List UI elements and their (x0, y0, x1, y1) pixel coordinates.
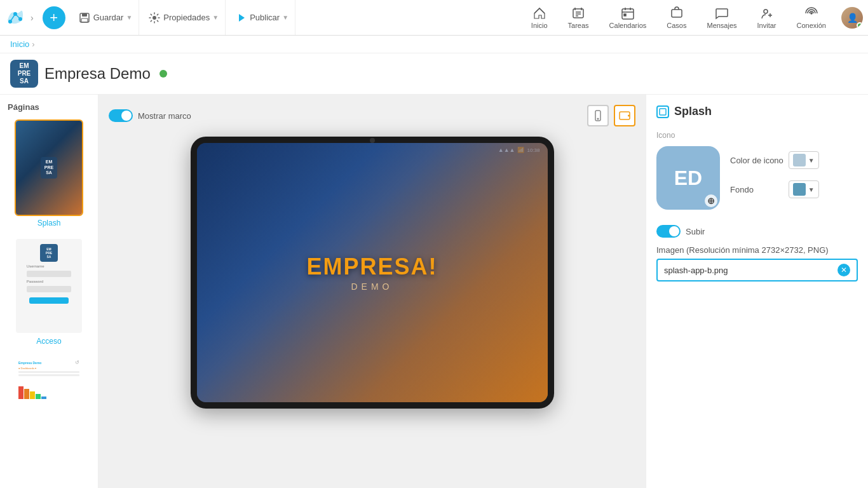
svg-point-8 (153, 16, 156, 20)
tablet-frame: ▲▲▲ 📶 10:38 EMPRESA! DEMO (191, 137, 554, 409)
casos-icon (670, 6, 684, 20)
app-logo-icon[interactable] (5, 8, 25, 28)
splash-page-label: Splash (37, 219, 61, 227)
splash-page-icon (656, 105, 669, 118)
guardar-label: Guardar (93, 13, 124, 22)
tareas-icon (571, 6, 585, 20)
svg-point-29 (628, 115, 630, 116)
nav-expand-arrow[interactable]: › (28, 10, 36, 25)
propiedades-label: Propiedades (163, 13, 210, 22)
acceso-page-label: Acceso (36, 337, 61, 346)
svg-rect-30 (660, 109, 666, 115)
imagen-section: Imagen (Resolución mínima 2732×2732, PNG… (656, 245, 858, 281)
app-title: Empresa Demo (44, 65, 151, 83)
svg-rect-7 (81, 18, 88, 22)
status-dot (159, 70, 167, 78)
page-thumb-acceso[interactable]: EMPRESA Username Password Acceso (5, 238, 93, 346)
tablet-notch (370, 138, 375, 143)
color-icono-arrow: ▼ (808, 157, 815, 164)
fondo-swatch (793, 183, 806, 196)
main-container: Páginas EMPRESA Splash EMPRESA Username … (0, 95, 868, 488)
svg-rect-21 (672, 10, 682, 17)
page-thumb-dashboard[interactable]: Empresa Demo ↺ ● Dashboards ▾ (5, 356, 93, 407)
breadcrumb-separator: › (32, 39, 34, 49)
fondo-picker[interactable]: ▼ (789, 180, 819, 198)
casos-nav-item[interactable]: Casos (661, 6, 691, 29)
tareas-nav-item[interactable]: Tareas (563, 6, 594, 29)
invitar-icon (760, 6, 774, 20)
frame-toggle-switch[interactable] (109, 109, 133, 122)
icono-label: Icono (656, 131, 858, 140)
tablet-icon (619, 110, 630, 121)
tablet-device-btn[interactable] (614, 105, 635, 126)
publicar-icon (234, 11, 247, 24)
subir-toggle-knob (669, 226, 679, 236)
mobile-device-btn[interactable] (587, 105, 609, 126)
color-icono-row: Color de icono ▼ (730, 151, 819, 169)
show-frame-toggle[interactable]: Mostrar marco (109, 109, 191, 122)
inicio-icon (532, 6, 546, 20)
subir-label: Subir (686, 227, 705, 236)
tablet-screen: ▲▲▲ 📶 10:38 EMPRESA! DEMO (197, 143, 548, 402)
mensajes-nav-item[interactable]: Mensajes (702, 6, 742, 29)
breadcrumb: Inicio › (0, 36, 868, 53)
dashboard-thumb-image: Empresa Demo ↺ ● Dashboards ▾ (15, 356, 83, 407)
svg-marker-9 (239, 14, 245, 22)
mobile-icon (592, 110, 604, 121)
icon-preview[interactable]: ED ⊕ (656, 146, 720, 210)
publicar-label: Publicar (250, 13, 280, 22)
calendarios-icon (621, 6, 635, 20)
right-panel-title: Splash (674, 105, 712, 118)
right-panel-header: Splash (656, 105, 858, 118)
fondo-row: Fondo ▼ (730, 180, 819, 198)
imagen-filename: splash-app-b.png (664, 266, 837, 275)
page-thumb-splash[interactable]: EMPRESA Splash (5, 119, 93, 227)
guardar-arrow[interactable]: ▼ (126, 14, 132, 21)
toggle-knob (121, 111, 132, 121)
mensajes-icon (715, 6, 729, 20)
icon-add-overlay[interactable]: ⊕ (705, 194, 717, 207)
propiedades-action[interactable]: Propiedades ▼ (142, 0, 226, 35)
user-avatar[interactable]: 👤 (841, 7, 863, 29)
subir-toggle[interactable] (656, 225, 681, 238)
calendarios-nav-item[interactable]: Calendarios (604, 6, 652, 29)
top-navigation: › + Guardar ▼ Propiedades ▼ Publicar ▼ (0, 0, 868, 36)
breadcrumb-inicio[interactable]: Inicio (10, 39, 29, 49)
splash-accent: ! (429, 254, 438, 280)
svg-rect-20 (624, 14, 626, 16)
publicar-arrow[interactable]: ▼ (282, 14, 288, 21)
color-icono-swatch (793, 154, 806, 166)
pages-title: Páginas (5, 102, 93, 112)
color-icono-picker[interactable]: ▼ (789, 151, 819, 169)
publicar-action[interactable]: Publicar ▼ (228, 0, 295, 35)
device-buttons (587, 105, 635, 126)
guardar-action[interactable]: Guardar ▼ (72, 0, 140, 35)
imagen-input-row: splash-app-b.png ✕ (656, 259, 858, 281)
center-area: Mostrar marco (98, 95, 646, 488)
splash-overlay: EMPRESA! DEMO (197, 143, 548, 402)
app-logo-badge: EMPRESA (10, 60, 38, 88)
thumb-acceso-logo: EMPRESA (40, 244, 58, 262)
propiedades-arrow[interactable]: ▼ (212, 14, 219, 21)
thumb-logo: EMPRESA (41, 157, 57, 178)
subir-toggle-row: Subir (656, 225, 858, 238)
online-indicator (857, 22, 863, 29)
conexion-nav-item[interactable]: Conexión (792, 6, 831, 29)
left-panel: Páginas EMPRESA Splash EMPRESA Username … (0, 95, 98, 488)
splash-demo-text: DEMO (306, 281, 437, 292)
splash-thumb-image: EMPRESA (15, 119, 83, 216)
svg-point-25 (811, 13, 812, 14)
app-title-bar: EMPRESA Empresa Demo (0, 53, 868, 95)
svg-rect-6 (82, 13, 87, 17)
color-icono-label: Color de icono (730, 156, 783, 165)
center-toolbar: Mostrar marco (109, 105, 635, 126)
invitar-nav-item[interactable]: Invitar (752, 6, 782, 29)
fondo-arrow: ▼ (808, 186, 815, 193)
add-button[interactable]: + (43, 6, 65, 29)
color-controls: Color de icono ▼ Fondo ▼ (730, 146, 819, 205)
inicio-nav-item[interactable]: Inicio (526, 6, 553, 29)
imagen-clear-btn[interactable]: ✕ (837, 264, 850, 276)
propiedades-icon (148, 11, 161, 24)
icon-preview-text: ED (674, 166, 702, 190)
guardar-icon (78, 11, 91, 24)
